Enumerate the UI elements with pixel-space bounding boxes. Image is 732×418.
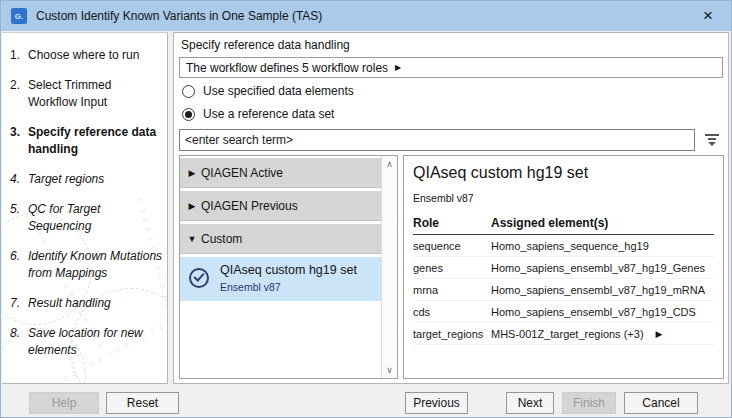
workflow-roles-label: The workflow defines 5 workflow roles [186, 61, 388, 75]
radio-label: Use specified data elements [203, 84, 354, 98]
step-label: Identify Known Mutations from Mappings [28, 248, 163, 282]
step-item-5: 5.QC for Target Sequencing [10, 201, 163, 235]
step-item-2: 2.Select Trimmed Workflow Input [10, 77, 163, 111]
role-cell: genes [413, 257, 491, 279]
app-icon: G. [11, 8, 27, 24]
wizard-steps-sidebar: 1.Choose where to run2.Select Trimmed Wo… [2, 32, 168, 384]
element-cell: Homo_sapiens_ensembl_v87_hg19_Genes [491, 257, 714, 279]
step-number: 8. [10, 325, 28, 359]
role-cell: mrna [413, 279, 491, 301]
help-button: Help [29, 392, 99, 414]
reference-data-list: ▶QIAGEN Active▶QIAGEN Previous▼CustomQIA… [179, 155, 398, 379]
titlebar: G. Custom Identify Known Variants in One… [1, 1, 731, 31]
dataset-subtitle: Ensembl v87 [413, 192, 714, 204]
wizard-dialog: G. Custom Identify Known Variants in One… [0, 0, 732, 418]
role-cell: target_regions [413, 323, 491, 345]
step-label: Choose where to run [28, 47, 139, 64]
step-number: 1. [10, 47, 28, 64]
table-header-role: Role [413, 214, 491, 235]
step-label: Specify reference data handling [28, 124, 163, 158]
step-number: 4. [10, 171, 28, 188]
step-item-8: 8.Save location for new elements [10, 325, 163, 359]
dataset-item-selected[interactable]: QIAseq custom hg19 setEnsembl v87 [180, 257, 381, 301]
radio-use-specified-data-elements[interactable]: Use specified data elements [182, 84, 354, 98]
more-elements-arrow-icon[interactable]: ▶ [656, 329, 663, 339]
close-icon: × [703, 6, 713, 26]
finish-button: Finish [562, 392, 616, 414]
previous-button[interactable]: Previous [405, 392, 468, 414]
search-input[interactable] [179, 129, 695, 151]
step-number: 6. [10, 248, 28, 282]
step-label: Result handling [28, 295, 111, 312]
check-circle-icon [189, 268, 209, 288]
dataset-item-title: QIAseq custom hg19 set [220, 263, 357, 277]
role-cell: sequence [413, 235, 491, 257]
role-cell: cds [413, 301, 491, 323]
expand-arrow-icon: ▶ [183, 168, 201, 178]
page-title: Specify reference data handling [181, 38, 350, 52]
step-number: 3. [10, 124, 28, 158]
dataset-detail-panel: QIAseq custom hg19 set Ensembl v87 RoleA… [403, 155, 724, 379]
section-header-custom[interactable]: ▼Custom [180, 224, 381, 254]
section-header-qiagen-active[interactable]: ▶QIAGEN Active [180, 158, 381, 188]
collapse-arrow-icon: ▼ [183, 234, 201, 244]
step-number: 2. [10, 77, 28, 111]
element-cell: MHS-001Z_target_regions (+3)▶ [491, 323, 714, 345]
expand-arrow-icon: ▶ [395, 63, 401, 72]
radio-label: Use a reference data set [203, 107, 334, 121]
section-label: QIAGEN Previous [201, 199, 298, 213]
scrollbar[interactable]: ∧ ∨ [381, 156, 397, 378]
dataset-item-subtitle: Ensembl v87 [220, 281, 281, 293]
dataset-title: QIAseq custom hg19 set [413, 164, 714, 182]
workflow-roles-banner[interactable]: The workflow defines 5 workflow roles ▶ [179, 57, 723, 78]
radio-circle-icon [182, 108, 195, 121]
step-label: Save location for new elements [28, 325, 163, 359]
step-label: QC for Target Sequencing [28, 201, 163, 235]
section-label: QIAGEN Active [201, 166, 283, 180]
element-cell: Homo_sapiens_ensembl_v87_hg19_mRNA [491, 279, 714, 301]
reset-button[interactable]: Reset [106, 392, 179, 414]
filter-icon[interactable] [702, 131, 722, 149]
close-button[interactable]: × [685, 1, 731, 31]
roles-table: RoleAssigned element(s)sequenceHomo_sapi… [413, 214, 714, 345]
step-item-4: 4.Target regions [10, 171, 163, 188]
step-label: Target regions [28, 171, 104, 188]
radio-use-reference-data-set[interactable]: Use a reference data set [182, 107, 334, 121]
expand-arrow-icon: ▶ [183, 201, 201, 211]
step-label: Select Trimmed Workflow Input [28, 77, 163, 111]
scroll-up-icon[interactable]: ∧ [382, 158, 397, 170]
search-row [179, 129, 722, 151]
step-item-6: 6.Identify Known Mutations from Mappings [10, 248, 163, 282]
section-header-qiagen-previous[interactable]: ▶QIAGEN Previous [180, 191, 381, 221]
element-cell: Homo_sapiens_ensembl_v87_hg19_CDS [491, 301, 714, 323]
window-title: Custom Identify Known Variants in One Sa… [36, 9, 322, 23]
cancel-button[interactable]: Cancel [624, 392, 698, 414]
radio-circle-icon [182, 85, 195, 98]
step-item-1: 1.Choose where to run [10, 47, 163, 64]
step-item-7: 7.Result handling [10, 295, 163, 312]
step-number: 5. [10, 201, 28, 235]
content-panel: Specify reference data handling The work… [173, 32, 729, 384]
step-number: 7. [10, 295, 28, 312]
next-button[interactable]: Next [506, 392, 554, 414]
scroll-down-icon[interactable]: ∨ [382, 364, 397, 376]
element-cell: Homo_sapiens_sequence_hg19 [491, 235, 714, 257]
table-header-elements: Assigned element(s) [491, 214, 714, 235]
section-label: Custom [201, 232, 242, 246]
step-item-3: 3.Specify reference data handling [10, 124, 163, 158]
